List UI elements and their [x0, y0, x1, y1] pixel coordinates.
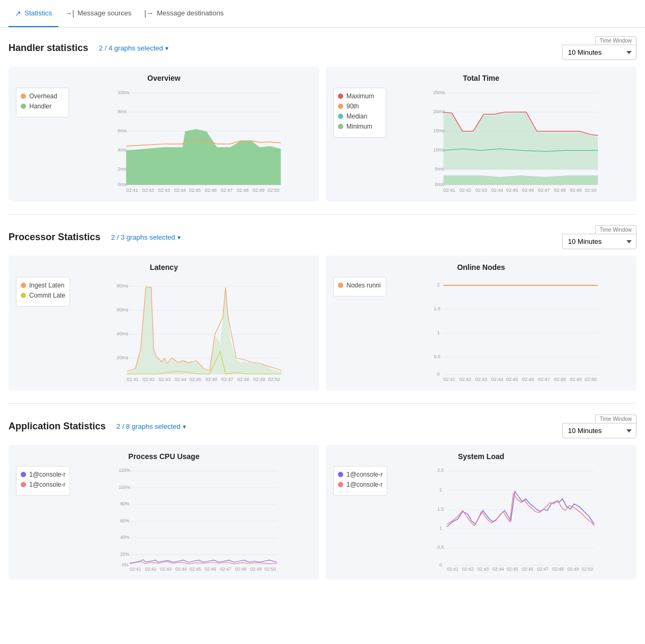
- svg-text:25ms: 25ms: [434, 90, 446, 95]
- latency-chart-title: Latency: [16, 263, 312, 272]
- svg-text:60%: 60%: [121, 518, 130, 523]
- processor-chevron-icon: ▾: [177, 234, 181, 241]
- latency-chart-body: Ingest Laten Commit Late 80ms 60ms 40ms …: [16, 277, 312, 383]
- svg-text:0ms: 0ms: [118, 182, 128, 187]
- legend-item-median: Median: [338, 113, 381, 120]
- nav-statistics[interactable]: ↗ Statistics: [9, 0, 58, 27]
- svg-text:02:45: 02:45: [189, 188, 201, 193]
- handler-dot: [21, 104, 26, 109]
- svg-text:02:46: 02:46: [522, 377, 534, 382]
- svg-text:02:46: 02:46: [522, 188, 534, 193]
- svg-text:02:46: 02:46: [522, 566, 534, 572]
- svg-text:02:48: 02:48: [237, 188, 249, 193]
- svg-text:02:41: 02:41: [447, 566, 459, 572]
- svg-text:02:50: 02:50: [265, 566, 276, 572]
- svg-text:02:47: 02:47: [538, 188, 550, 193]
- application-graphs-selected[interactable]: 2 / 8 graphs selected ▾: [116, 422, 186, 430]
- minimum-dot: [338, 124, 343, 129]
- application-time-window: Time Window 10 Minutes 5 Minutes 30 Minu…: [562, 414, 636, 438]
- message-sources-icon: →|: [65, 9, 74, 18]
- svg-text:02:42: 02:42: [462, 566, 474, 572]
- application-time-window-select[interactable]: 10 Minutes 5 Minutes 30 Minutes 1 Hour: [562, 423, 636, 438]
- svg-text:80%: 80%: [121, 501, 130, 506]
- application-statistics-title: Application Statistics: [9, 421, 106, 432]
- svg-text:80ms: 80ms: [117, 283, 129, 289]
- svg-text:02:50: 02:50: [585, 188, 597, 193]
- cpu1-dot: [21, 472, 26, 477]
- svg-text:02:46: 02:46: [205, 188, 217, 193]
- svg-text:1.5: 1.5: [438, 506, 444, 512]
- svg-text:02:43: 02:43: [159, 377, 171, 382]
- svg-text:60ms: 60ms: [117, 307, 129, 312]
- legend-item-minimum: Minimum: [338, 123, 381, 130]
- total-time-legend: Maximum 90th Median Minimum: [333, 88, 386, 138]
- svg-text:02:48: 02:48: [554, 188, 566, 193]
- processor-statistics-section: Processor Statistics 2 / 3 graphs select…: [9, 225, 636, 391]
- handler-graphs-selected[interactable]: 2 / 4 graphs selected ▾: [99, 44, 168, 52]
- svg-text:0.5: 0.5: [438, 545, 444, 550]
- svg-text:2: 2: [439, 487, 442, 493]
- total-time-chart-body: Maximum 90th Median Minimum: [333, 88, 629, 194]
- system-load-svg: 2.5 2 1.5 1 0.5 0: [393, 466, 629, 572]
- online-nodes-chart-area: 2 1.5 1 0.5 0 02:41: [392, 277, 629, 383]
- svg-text:02:44: 02:44: [491, 377, 504, 382]
- svg-text:02:48: 02:48: [237, 377, 250, 382]
- svg-text:100%: 100%: [119, 485, 131, 490]
- max-dot: [338, 94, 343, 99]
- svg-text:02:47: 02:47: [220, 566, 232, 572]
- svg-text:02:50: 02:50: [268, 377, 281, 382]
- online-nodes-svg: 2 1.5 1 0.5 0 02:41: [392, 277, 629, 383]
- cpu2-dot: [21, 482, 26, 487]
- svg-text:1: 1: [437, 330, 440, 335]
- svg-text:02:43: 02:43: [160, 566, 172, 572]
- svg-text:20ms: 20ms: [117, 355, 129, 360]
- svg-text:0.5: 0.5: [434, 354, 441, 359]
- svg-text:1: 1: [439, 526, 442, 531]
- svg-text:02:41: 02:41: [444, 377, 456, 382]
- svg-text:8ms: 8ms: [118, 109, 128, 114]
- commit-dot: [21, 293, 26, 298]
- latency-legend: Ingest Laten Commit Late: [16, 277, 70, 307]
- svg-text:02:42: 02:42: [142, 188, 155, 193]
- svg-text:02:48: 02:48: [235, 566, 247, 572]
- latency-chart-area: 80ms 60ms 40ms 20ms: [75, 277, 312, 383]
- cpu-legend: 1@console-r 1@console-r: [16, 466, 70, 496]
- svg-text:5ms: 5ms: [435, 166, 445, 172]
- main-nav: ↗ Statistics →| Message sources |→ Messa…: [0, 0, 645, 28]
- svg-text:02:44: 02:44: [175, 377, 187, 382]
- system-load-chart-title: System Load: [333, 452, 629, 461]
- processor-graphs-selected[interactable]: 2 / 3 graphs selected ▾: [111, 233, 181, 241]
- svg-text:02:48: 02:48: [553, 566, 564, 572]
- system-load-legend: 1@console-r 1@console-r: [333, 466, 387, 496]
- total-time-chart-title: Total Time: [333, 74, 629, 82]
- svg-text:02:44: 02:44: [493, 566, 504, 572]
- total-time-chart-area: 25ms 20ms 15ms 10ms 5ms 0ms: [392, 88, 629, 194]
- handler-statistics-section: Handler statistics 2 / 4 graphs selected…: [9, 36, 636, 201]
- svg-text:02:49: 02:49: [567, 566, 579, 572]
- svg-text:02:42: 02:42: [145, 566, 157, 572]
- svg-text:2: 2: [437, 282, 440, 287]
- handler-time-window-label: Time Window: [595, 36, 636, 45]
- processor-time-window-select[interactable]: 10 Minutes 5 Minutes 30 Minutes 1 Hour: [562, 234, 636, 249]
- nav-message-destinations[interactable]: |→ Message destinations: [138, 0, 230, 27]
- nav-message-sources[interactable]: →| Message sources: [58, 0, 138, 27]
- sysload1-dot: [338, 472, 343, 477]
- cpu-svg: 120% 100% 80% 60% 40% 20% 0%: [75, 466, 312, 572]
- svg-text:02:50: 02:50: [268, 188, 280, 193]
- svg-text:02:49: 02:49: [250, 566, 262, 572]
- svg-text:02:43: 02:43: [478, 566, 489, 572]
- svg-text:0%: 0%: [122, 562, 129, 567]
- svg-text:02:42: 02:42: [460, 377, 472, 382]
- svg-text:02:42: 02:42: [143, 377, 155, 382]
- handler-time-window-select[interactable]: 10 Minutes 5 Minutes 30 Minutes 1 Hour: [562, 45, 636, 60]
- svg-text:02:44: 02:44: [175, 566, 187, 572]
- svg-text:02:45: 02:45: [190, 566, 201, 572]
- cpu-chart-body: 1@console-r 1@console-r 120% 100% 80% 60…: [16, 466, 312, 572]
- cpu-chart-title: Process CPU Usage: [16, 452, 312, 461]
- application-chevron-icon: ▾: [183, 423, 186, 430]
- svg-text:02:50: 02:50: [585, 377, 597, 382]
- svg-text:02:42: 02:42: [460, 188, 472, 193]
- svg-text:02:45: 02:45: [190, 377, 202, 382]
- total-time-chart-card: Total Time Maximum 90th Medi: [326, 66, 636, 201]
- svg-text:02:47: 02:47: [222, 377, 234, 382]
